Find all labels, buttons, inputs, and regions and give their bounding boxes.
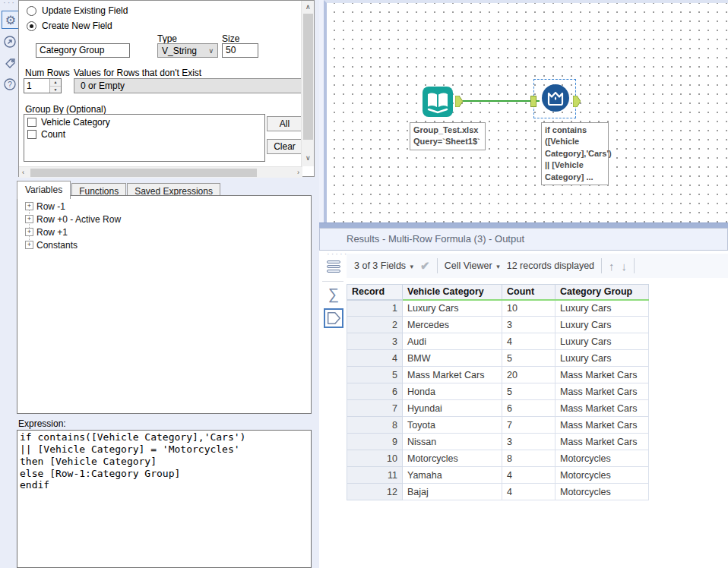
data-cell[interactable]: Mercedes xyxy=(403,317,502,333)
data-cell[interactable]: Motorcycles xyxy=(555,484,649,500)
input-data-tool[interactable] xyxy=(422,86,454,118)
data-cell[interactable]: Luxury Cars xyxy=(555,333,649,350)
checkbox-icon[interactable] xyxy=(27,130,36,139)
data-cell[interactable]: Hyundai xyxy=(403,400,502,417)
spin-up-icon[interactable]: ▲ xyxy=(50,79,61,87)
data-cell[interactable]: Motorcycles xyxy=(555,450,649,467)
scroll-left-icon[interactable]: ‹ xyxy=(22,169,24,176)
new-field-name-input[interactable]: Category Group xyxy=(36,43,130,58)
data-cell[interactable]: 3 xyxy=(502,317,555,333)
input-view-icon[interactable]: ∑ xyxy=(324,284,343,304)
data-cell[interactable]: 4 xyxy=(502,484,555,500)
data-cell[interactable]: Mass Market Cars xyxy=(555,400,649,417)
data-cell[interactable]: 5 xyxy=(502,350,555,367)
tree-item[interactable]: +Row +1 xyxy=(19,226,309,238)
data-cell[interactable]: Bajaj xyxy=(403,484,502,500)
data-cell[interactable]: Luxury Cars xyxy=(555,350,649,367)
scroll-down-icon[interactable]: ∨ xyxy=(305,155,311,162)
data-cell[interactable]: Honda xyxy=(403,383,502,400)
multi-row-formula-tool[interactable] xyxy=(541,84,570,112)
create-new-field-radio[interactable]: Create New Field xyxy=(27,21,112,31)
all-button[interactable]: All xyxy=(267,116,302,131)
record-number-cell[interactable]: 4 xyxy=(347,350,403,367)
record-number-cell[interactable]: 3 xyxy=(347,333,403,350)
column-header-record[interactable]: Record xyxy=(347,285,403,300)
scroll-bottom-icon[interactable]: ↓ xyxy=(622,260,628,273)
size-input[interactable]: 50 xyxy=(222,43,258,58)
record-number-cell[interactable]: 8 xyxy=(347,417,403,434)
data-cell[interactable]: Mass Market Cars xyxy=(555,383,649,400)
data-cell[interactable]: 6 xyxy=(502,400,555,417)
scrollbar-thumb[interactable] xyxy=(303,14,313,140)
group-by-item[interactable]: Count xyxy=(24,128,264,140)
cell-viewer-dropdown[interactable]: Cell Viewer ▾ xyxy=(445,260,500,271)
expand-plus-icon[interactable]: + xyxy=(25,215,33,223)
scroll-right-icon[interactable]: › xyxy=(297,169,299,176)
data-cell[interactable]: Mass Market Cars xyxy=(555,367,649,383)
data-cell[interactable]: BMW xyxy=(403,350,502,367)
input-tool-annotation[interactable]: Group_Test.xlsx Query=`Sheet1$` xyxy=(410,122,486,150)
record-number-cell[interactable]: 10 xyxy=(347,450,403,467)
spin-down-icon[interactable]: ▼ xyxy=(50,87,61,93)
checkbox-icon[interactable] xyxy=(27,118,36,127)
input-anchor-icon[interactable] xyxy=(530,96,537,107)
help-icon[interactable]: ? xyxy=(2,76,18,93)
radio-selected-icon[interactable] xyxy=(27,21,36,31)
values-dropdown[interactable]: 0 or Empty xyxy=(74,78,302,93)
data-cell[interactable]: 8 xyxy=(502,450,555,467)
output-view-icon[interactable] xyxy=(324,308,343,328)
connection-wire[interactable] xyxy=(463,100,540,102)
horizontal-scrollbar[interactable]: ‹ › xyxy=(19,166,302,178)
output-anchor-icon[interactable] xyxy=(573,96,581,107)
data-cell[interactable]: Audi xyxy=(403,333,502,350)
scroll-top-icon[interactable]: ↑ xyxy=(609,260,615,273)
data-cell[interactable]: Luxury Cars xyxy=(555,300,649,317)
expression-editor[interactable]: if contains([Vehicle Category],'Cars') |… xyxy=(17,430,312,568)
expand-plus-icon[interactable]: + xyxy=(25,228,33,236)
group-by-item[interactable]: Vehicle Category xyxy=(24,116,264,128)
data-cell[interactable]: 5 xyxy=(502,383,555,400)
record-number-cell[interactable]: 11 xyxy=(347,467,403,484)
data-cell[interactable]: Yamaha xyxy=(403,467,502,484)
data-cell[interactable]: Toyota xyxy=(403,417,502,434)
data-cell[interactable]: Motorcycles xyxy=(555,467,649,484)
scrollbar-thumb[interactable] xyxy=(30,169,257,177)
record-number-cell[interactable]: 6 xyxy=(347,383,403,400)
update-existing-field-radio[interactable]: Update Existing Field xyxy=(27,5,128,16)
data-cell[interactable]: 4 xyxy=(502,467,555,484)
tree-item[interactable]: +Constants xyxy=(19,238,309,251)
column-header-category-group[interactable]: Category Group xyxy=(555,285,649,300)
metadata-view-icon[interactable] xyxy=(324,257,343,276)
type-dropdown[interactable]: V_String ∨ xyxy=(157,43,218,58)
data-cell[interactable]: Luxury Cars xyxy=(403,300,502,317)
data-cell[interactable]: 4 xyxy=(502,333,555,350)
scroll-up-icon[interactable]: ∧ xyxy=(305,4,311,11)
formula-tool-annotation[interactable]: if contains ([Vehicle Category],'Cars') … xyxy=(541,122,609,185)
data-cell[interactable]: 3 xyxy=(502,434,555,450)
workflow-canvas[interactable]: Group_Test.xlsx Query=`Sheet1$` if conta… xyxy=(324,0,728,222)
clear-button[interactable]: Clear xyxy=(267,139,302,154)
vertical-scrollbar[interactable]: ∧ ∨ xyxy=(301,1,314,166)
record-number-cell[interactable]: 9 xyxy=(347,434,403,450)
record-number-cell[interactable]: 12 xyxy=(347,484,403,500)
tab-variables[interactable]: Variables xyxy=(17,181,71,199)
output-anchor-icon[interactable] xyxy=(455,96,463,107)
record-number-cell[interactable]: 2 xyxy=(347,317,403,333)
tree-item[interactable]: +Row -1 xyxy=(19,200,309,213)
expand-plus-icon[interactable]: + xyxy=(25,241,33,249)
data-cell[interactable]: Mass Market Cars xyxy=(403,367,502,383)
data-cell[interactable]: 10 xyxy=(502,300,555,317)
fields-dropdown[interactable]: 3 of 3 Fields ▾ xyxy=(354,260,413,271)
tag-icon[interactable] xyxy=(2,55,18,71)
gear-icon[interactable]: ⚙ xyxy=(2,11,20,29)
group-by-list[interactable]: Vehicle CategoryCount xyxy=(24,114,265,162)
num-rows-value[interactable]: 1 xyxy=(24,79,49,93)
data-cell[interactable]: Nissan xyxy=(403,434,502,450)
tree-item[interactable]: +Row +0 - Active Row xyxy=(19,213,309,226)
column-header-count[interactable]: Count xyxy=(502,285,555,300)
panel-grip[interactable]: ··· xyxy=(3,0,16,7)
record-number-cell[interactable]: 7 xyxy=(347,400,403,417)
expression-code[interactable]: if contains([Vehicle Category],'Cars') |… xyxy=(20,431,309,491)
data-cell[interactable]: 7 xyxy=(502,417,555,434)
data-cell[interactable]: 20 xyxy=(502,367,555,383)
